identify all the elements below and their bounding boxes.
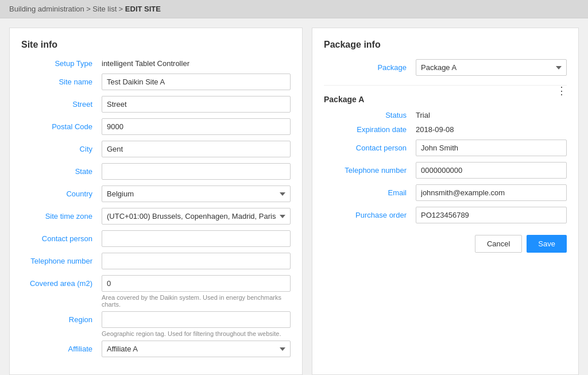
breadcrumb-sep2: > <box>119 5 125 13</box>
covered-area-row: Covered area (m2) <box>21 275 291 292</box>
covered-area-input[interactable] <box>102 275 291 292</box>
timezone-label: Site time zone <box>21 212 102 221</box>
street-label: Street <box>21 100 102 109</box>
pkg-purchase-input[interactable] <box>416 207 567 223</box>
setup-type-row: Setup Type intelligent Tablet Controller <box>21 59 291 68</box>
region-input[interactable] <box>102 311 291 328</box>
setup-type-value: intelligent Tablet Controller <box>102 59 189 68</box>
expiration-row: Expiration date 2018-09-08 <box>324 125 567 134</box>
street-input[interactable] <box>102 96 291 113</box>
postal-code-row: Postal Code <box>21 118 291 135</box>
pkg-telephone-row: Telephone number <box>324 162 567 179</box>
pkg-contact-row: Contact person <box>324 140 567 156</box>
country-row: Country Belgium France Germany Netherlan… <box>21 185 291 202</box>
city-label: City <box>21 145 102 153</box>
pkg-purchase-row: Purchase order <box>324 207 567 223</box>
package-select-row: Package Package A Package B Package C <box>324 59 567 76</box>
region-row: Region <box>21 311 291 328</box>
site-name-row: Site name <box>21 74 291 90</box>
package-select[interactable]: Package A Package B Package C <box>416 59 567 76</box>
pkg-contact-label: Contact person <box>324 144 416 152</box>
state-row: State <box>21 163 291 180</box>
pkg-email-input[interactable] <box>416 184 567 201</box>
city-row: City <box>21 141 291 157</box>
telephone-row: Telephone number <box>21 253 291 269</box>
save-button[interactable]: Save <box>527 235 567 253</box>
region-hint: Geographic region tag. Used for filterin… <box>102 330 291 337</box>
contact-person-input[interactable] <box>102 230 291 247</box>
site-info-title: Site info <box>21 40 291 50</box>
state-label: State <box>21 167 102 176</box>
contact-person-row: Contact person <box>21 230 291 247</box>
pkg-purchase-label: Purchase order <box>324 211 416 219</box>
breadcrumb-sep1: > <box>86 5 92 13</box>
postal-code-label: Postal Code <box>21 122 102 131</box>
pkg-telephone-input[interactable] <box>416 162 567 179</box>
expiration-label: Expiration date <box>324 125 416 134</box>
cancel-button[interactable]: Cancel <box>475 235 522 253</box>
main-content: Site info Setup Type intelligent Tablet … <box>0 18 588 375</box>
covered-area-label: Covered area (m2) <box>21 279 102 288</box>
site-name-input[interactable] <box>102 74 291 90</box>
region-label: Region <box>21 315 102 324</box>
breadcrumb-part1: Building administration <box>9 5 84 13</box>
pkg-telephone-label: Telephone number <box>324 166 416 175</box>
state-input[interactable] <box>102 163 291 180</box>
status-label: Status <box>324 111 416 119</box>
country-label: Country <box>21 190 102 198</box>
action-buttons: Cancel Save <box>324 235 567 253</box>
affiliate-select[interactable]: Affiliate A Affiliate B <box>102 341 291 357</box>
package-label: Package <box>324 63 416 72</box>
package-a-section: ⋮ Package A Status Trial Expiration date… <box>324 85 567 223</box>
breadcrumb: Building administration > Site list > ED… <box>0 0 588 18</box>
expiration-value: 2018-09-08 <box>416 125 454 134</box>
affiliate-row: Affiliate Affiliate A Affiliate B <box>21 341 291 357</box>
affiliate-label: Affiliate <box>21 345 102 353</box>
covered-area-hint: Area covered by the Daikin system. Used … <box>102 294 291 308</box>
site-name-label: Site name <box>21 78 102 86</box>
package-info-title: Package info <box>324 40 567 50</box>
breadcrumb-part2: Site list <box>92 5 117 13</box>
pkg-email-label: Email <box>324 188 416 197</box>
breadcrumb-part3: EDIT SITE <box>125 5 161 13</box>
status-row: Status Trial <box>324 111 567 119</box>
status-value: Trial <box>416 111 430 119</box>
postal-code-input[interactable] <box>102 118 291 135</box>
city-input[interactable] <box>102 141 291 157</box>
setup-type-label: Setup Type <box>21 59 102 68</box>
pkg-email-row: Email <box>324 184 567 201</box>
pkg-contact-input[interactable] <box>416 140 567 156</box>
telephone-label: Telephone number <box>21 257 102 265</box>
package-info-card: Package info Package Package A Package B… <box>312 28 579 375</box>
timezone-row: Site time zone (UTC+01:00) Brussels, Cop… <box>21 208 291 225</box>
country-select[interactable]: Belgium France Germany Netherlands <box>102 185 291 202</box>
street-row: Street <box>21 96 291 113</box>
package-section-title: Package A <box>324 95 567 104</box>
telephone-input[interactable] <box>102 253 291 269</box>
kebab-menu-icon[interactable]: ⋮ <box>556 86 567 96</box>
timezone-select[interactable]: (UTC+01:00) Brussels, Copenhagen, Madrid… <box>102 208 291 225</box>
contact-person-label: Contact person <box>21 234 102 243</box>
site-info-card: Site info Setup Type intelligent Tablet … <box>9 28 303 375</box>
